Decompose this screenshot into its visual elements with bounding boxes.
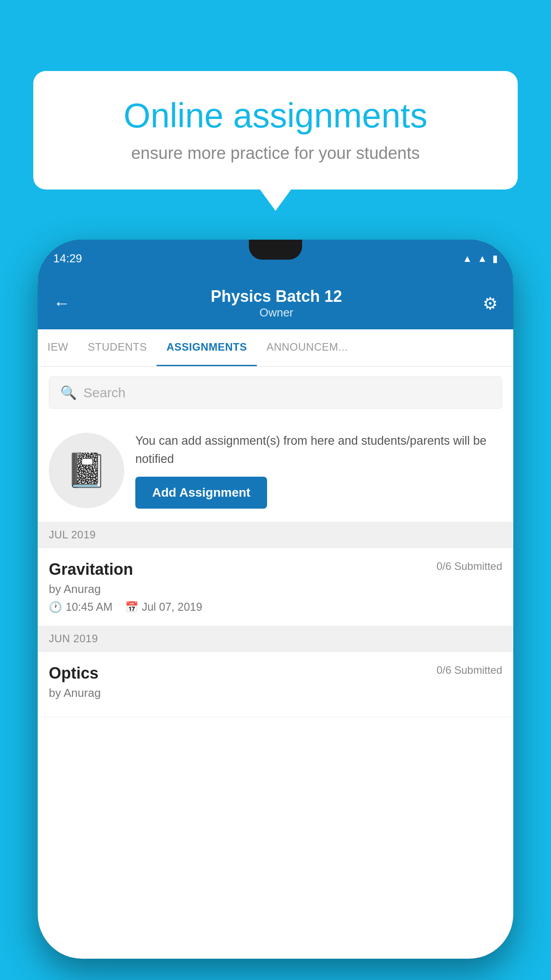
assignment-submitted: 0/6 Submitted xyxy=(437,560,502,573)
bubble-title: Online assignments xyxy=(60,95,491,136)
tab-announcements[interactable]: ANNOUNCEM... xyxy=(257,329,358,366)
phone-mockup: 14:29 ▲ ▲ ▮ ← Physics Batch 12 Owner ⚙ I… xyxy=(38,240,513,959)
speech-bubble-container: Online assignments ensure more practice … xyxy=(33,71,518,190)
assignment-meta: 🕐 10:45 AM 📅 Jul 07, 2019 xyxy=(49,601,502,613)
month-separator-jun: JUN 2019 xyxy=(38,626,513,652)
batch-subtitle: Owner xyxy=(211,306,342,320)
assignment-item-optics[interactable]: Optics 0/6 Submitted by Anurag xyxy=(38,652,513,717)
month-separator-jul: JUL 2019 xyxy=(38,522,513,548)
promo-content: You can add assignment(s) from here and … xyxy=(135,432,502,509)
meta-date: 📅 Jul 07, 2019 xyxy=(125,601,202,613)
batch-title: Physics Batch 12 xyxy=(211,287,342,306)
search-input[interactable]: Search xyxy=(83,385,126,400)
search-bar-wrapper: 🔍 Search xyxy=(38,367,513,419)
assignment-by: by Anurag xyxy=(49,582,502,596)
assignment-row-top-optics: Optics 0/6 Submitted xyxy=(49,664,502,683)
tabs-bar: IEW STUDENTS ASSIGNMENTS ANNOUNCEM... xyxy=(38,329,513,367)
add-assignment-button[interactable]: Add Assignment xyxy=(135,477,267,509)
promo-block: 📓 You can add assignment(s) from here an… xyxy=(38,419,513,522)
assignment-submitted-optics: 0/6 Submitted xyxy=(437,664,502,676)
assignment-title-optics: Optics xyxy=(49,664,98,683)
meta-time: 🕐 10:45 AM xyxy=(49,601,113,613)
assignment-time: 10:45 AM xyxy=(66,601,113,613)
assignment-title: Gravitation xyxy=(49,560,133,579)
status-icons: ▲ ▲ ▮ xyxy=(462,253,498,265)
assignment-by-optics: by Anurag xyxy=(49,686,502,700)
phone-screen: ← Physics Batch 12 Owner ⚙ IEW STUDENTS … xyxy=(38,277,513,959)
header-title-group: Physics Batch 12 Owner xyxy=(211,287,342,320)
status-bar: 14:29 ▲ ▲ ▮ xyxy=(38,240,513,277)
battery-icon: ▮ xyxy=(492,253,498,265)
app-header: ← Physics Batch 12 Owner ⚙ xyxy=(38,277,513,329)
assignment-date: Jul 07, 2019 xyxy=(142,601,202,613)
notebook-icon: 📓 xyxy=(66,451,107,490)
tab-iew[interactable]: IEW xyxy=(38,329,78,366)
promo-description: You can add assignment(s) from here and … xyxy=(135,432,502,468)
status-time: 14:29 xyxy=(53,252,82,265)
speech-bubble: Online assignments ensure more practice … xyxy=(33,71,518,190)
signal-icon: ▲ xyxy=(477,253,487,265)
search-icon: 🔍 xyxy=(60,385,77,400)
settings-icon[interactable]: ⚙ xyxy=(483,294,498,313)
assignment-item-gravitation[interactable]: Gravitation 0/6 Submitted by Anurag 🕐 10… xyxy=(38,548,513,626)
back-button[interactable]: ← xyxy=(53,294,70,313)
assignment-row-top: Gravitation 0/6 Submitted xyxy=(49,560,502,579)
tab-assignments[interactable]: ASSIGNMENTS xyxy=(157,329,257,366)
calendar-icon: 📅 xyxy=(125,601,138,613)
phone-notch xyxy=(249,240,302,260)
bubble-subtitle: ensure more practice for your students xyxy=(60,144,491,163)
wifi-icon: ▲ xyxy=(462,253,472,265)
tab-students[interactable]: STUDENTS xyxy=(78,329,157,366)
search-bar[interactable]: 🔍 Search xyxy=(49,376,502,409)
promo-icon-circle: 📓 xyxy=(49,433,124,508)
clock-icon: 🕐 xyxy=(49,601,62,613)
